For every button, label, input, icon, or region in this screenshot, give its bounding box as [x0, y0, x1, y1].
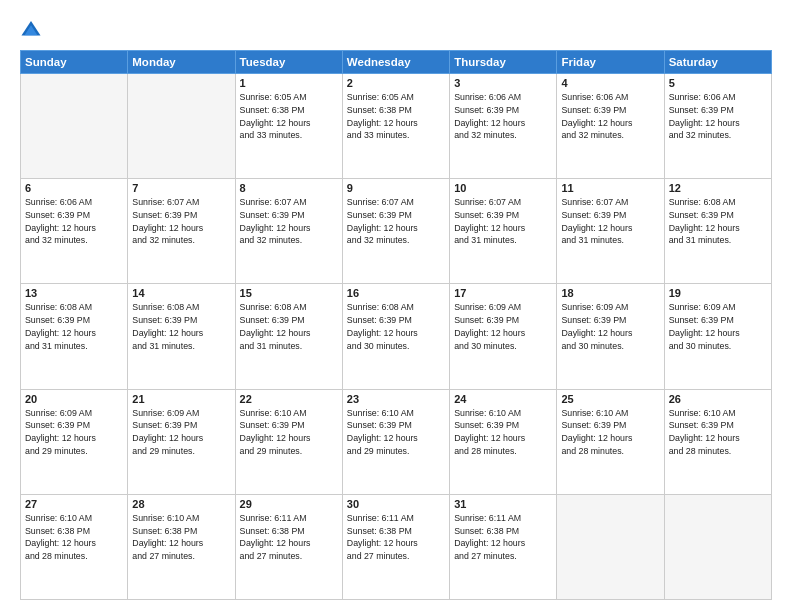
day-info: Sunrise: 6:10 AMSunset: 6:38 PMDaylight:…: [25, 512, 123, 563]
calendar-day-cell: 30Sunrise: 6:11 AMSunset: 6:38 PMDayligh…: [342, 494, 449, 599]
day-number: 31: [454, 498, 552, 510]
day-info: Sunrise: 6:07 AMSunset: 6:39 PMDaylight:…: [132, 196, 230, 247]
day-info: Sunrise: 6:05 AMSunset: 6:38 PMDaylight:…: [240, 91, 338, 142]
day-number: 6: [25, 182, 123, 194]
calendar-day-cell: 17Sunrise: 6:09 AMSunset: 6:39 PMDayligh…: [450, 284, 557, 389]
calendar-day-cell: [557, 494, 664, 599]
calendar-day-cell: 11Sunrise: 6:07 AMSunset: 6:39 PMDayligh…: [557, 179, 664, 284]
day-info: Sunrise: 6:11 AMSunset: 6:38 PMDaylight:…: [454, 512, 552, 563]
calendar-day-cell: 8Sunrise: 6:07 AMSunset: 6:39 PMDaylight…: [235, 179, 342, 284]
header: [20, 18, 772, 40]
day-info: Sunrise: 6:07 AMSunset: 6:39 PMDaylight:…: [454, 196, 552, 247]
calendar-day-cell: 22Sunrise: 6:10 AMSunset: 6:39 PMDayligh…: [235, 389, 342, 494]
calendar-day-header: Monday: [128, 51, 235, 74]
day-info: Sunrise: 6:10 AMSunset: 6:39 PMDaylight:…: [669, 407, 767, 458]
day-info: Sunrise: 6:05 AMSunset: 6:38 PMDaylight:…: [347, 91, 445, 142]
day-number: 19: [669, 287, 767, 299]
calendar-day-cell: 25Sunrise: 6:10 AMSunset: 6:39 PMDayligh…: [557, 389, 664, 494]
calendar-day-cell: 15Sunrise: 6:08 AMSunset: 6:39 PMDayligh…: [235, 284, 342, 389]
calendar-week-row: 13Sunrise: 6:08 AMSunset: 6:39 PMDayligh…: [21, 284, 772, 389]
day-number: 8: [240, 182, 338, 194]
day-number: 17: [454, 287, 552, 299]
calendar-day-cell: 7Sunrise: 6:07 AMSunset: 6:39 PMDaylight…: [128, 179, 235, 284]
day-number: 20: [25, 393, 123, 405]
day-number: 5: [669, 77, 767, 89]
day-number: 4: [561, 77, 659, 89]
day-number: 3: [454, 77, 552, 89]
calendar-day-cell: 2Sunrise: 6:05 AMSunset: 6:38 PMDaylight…: [342, 74, 449, 179]
calendar-day-cell: 27Sunrise: 6:10 AMSunset: 6:38 PMDayligh…: [21, 494, 128, 599]
calendar-day-cell: 4Sunrise: 6:06 AMSunset: 6:39 PMDaylight…: [557, 74, 664, 179]
day-info: Sunrise: 6:11 AMSunset: 6:38 PMDaylight:…: [347, 512, 445, 563]
calendar-day-cell: 21Sunrise: 6:09 AMSunset: 6:39 PMDayligh…: [128, 389, 235, 494]
calendar-day-cell: 28Sunrise: 6:10 AMSunset: 6:38 PMDayligh…: [128, 494, 235, 599]
calendar-day-cell: 13Sunrise: 6:08 AMSunset: 6:39 PMDayligh…: [21, 284, 128, 389]
day-info: Sunrise: 6:09 AMSunset: 6:39 PMDaylight:…: [561, 301, 659, 352]
calendar-day-header: Saturday: [664, 51, 771, 74]
calendar-day-header: Friday: [557, 51, 664, 74]
day-info: Sunrise: 6:06 AMSunset: 6:39 PMDaylight:…: [454, 91, 552, 142]
calendar-day-cell: 26Sunrise: 6:10 AMSunset: 6:39 PMDayligh…: [664, 389, 771, 494]
calendar-day-cell: 16Sunrise: 6:08 AMSunset: 6:39 PMDayligh…: [342, 284, 449, 389]
day-number: 29: [240, 498, 338, 510]
day-number: 15: [240, 287, 338, 299]
page: SundayMondayTuesdayWednesdayThursdayFrid…: [0, 0, 792, 612]
calendar-day-cell: 23Sunrise: 6:10 AMSunset: 6:39 PMDayligh…: [342, 389, 449, 494]
calendar-day-cell: 3Sunrise: 6:06 AMSunset: 6:39 PMDaylight…: [450, 74, 557, 179]
day-info: Sunrise: 6:06 AMSunset: 6:39 PMDaylight:…: [561, 91, 659, 142]
day-number: 9: [347, 182, 445, 194]
day-info: Sunrise: 6:09 AMSunset: 6:39 PMDaylight:…: [454, 301, 552, 352]
day-info: Sunrise: 6:07 AMSunset: 6:39 PMDaylight:…: [347, 196, 445, 247]
day-number: 1: [240, 77, 338, 89]
calendar-week-row: 20Sunrise: 6:09 AMSunset: 6:39 PMDayligh…: [21, 389, 772, 494]
day-number: 7: [132, 182, 230, 194]
calendar-week-row: 1Sunrise: 6:05 AMSunset: 6:38 PMDaylight…: [21, 74, 772, 179]
calendar-day-cell: 29Sunrise: 6:11 AMSunset: 6:38 PMDayligh…: [235, 494, 342, 599]
day-info: Sunrise: 6:08 AMSunset: 6:39 PMDaylight:…: [347, 301, 445, 352]
day-number: 21: [132, 393, 230, 405]
day-info: Sunrise: 6:10 AMSunset: 6:39 PMDaylight:…: [561, 407, 659, 458]
day-number: 23: [347, 393, 445, 405]
day-number: 14: [132, 287, 230, 299]
logo-icon: [20, 18, 42, 40]
calendar-day-cell: [128, 74, 235, 179]
day-number: 24: [454, 393, 552, 405]
calendar-day-cell: 12Sunrise: 6:08 AMSunset: 6:39 PMDayligh…: [664, 179, 771, 284]
day-number: 10: [454, 182, 552, 194]
day-info: Sunrise: 6:08 AMSunset: 6:39 PMDaylight:…: [669, 196, 767, 247]
day-info: Sunrise: 6:10 AMSunset: 6:39 PMDaylight:…: [454, 407, 552, 458]
day-number: 25: [561, 393, 659, 405]
day-number: 26: [669, 393, 767, 405]
day-info: Sunrise: 6:06 AMSunset: 6:39 PMDaylight:…: [669, 91, 767, 142]
day-number: 28: [132, 498, 230, 510]
day-number: 22: [240, 393, 338, 405]
calendar-day-cell: [21, 74, 128, 179]
day-info: Sunrise: 6:08 AMSunset: 6:39 PMDaylight:…: [240, 301, 338, 352]
day-number: 16: [347, 287, 445, 299]
day-info: Sunrise: 6:10 AMSunset: 6:38 PMDaylight:…: [132, 512, 230, 563]
calendar-day-header: Sunday: [21, 51, 128, 74]
calendar-day-header: Wednesday: [342, 51, 449, 74]
day-info: Sunrise: 6:10 AMSunset: 6:39 PMDaylight:…: [347, 407, 445, 458]
calendar-day-cell: 31Sunrise: 6:11 AMSunset: 6:38 PMDayligh…: [450, 494, 557, 599]
calendar-day-cell: 5Sunrise: 6:06 AMSunset: 6:39 PMDaylight…: [664, 74, 771, 179]
day-info: Sunrise: 6:09 AMSunset: 6:39 PMDaylight:…: [25, 407, 123, 458]
calendar-day-cell: [664, 494, 771, 599]
day-info: Sunrise: 6:07 AMSunset: 6:39 PMDaylight:…: [561, 196, 659, 247]
day-info: Sunrise: 6:10 AMSunset: 6:39 PMDaylight:…: [240, 407, 338, 458]
day-info: Sunrise: 6:07 AMSunset: 6:39 PMDaylight:…: [240, 196, 338, 247]
day-info: Sunrise: 6:11 AMSunset: 6:38 PMDaylight:…: [240, 512, 338, 563]
day-number: 11: [561, 182, 659, 194]
calendar-day-cell: 10Sunrise: 6:07 AMSunset: 6:39 PMDayligh…: [450, 179, 557, 284]
calendar-week-row: 6Sunrise: 6:06 AMSunset: 6:39 PMDaylight…: [21, 179, 772, 284]
calendar-day-cell: 1Sunrise: 6:05 AMSunset: 6:38 PMDaylight…: [235, 74, 342, 179]
calendar-day-cell: 19Sunrise: 6:09 AMSunset: 6:39 PMDayligh…: [664, 284, 771, 389]
calendar-day-cell: 24Sunrise: 6:10 AMSunset: 6:39 PMDayligh…: [450, 389, 557, 494]
calendar-day-cell: 18Sunrise: 6:09 AMSunset: 6:39 PMDayligh…: [557, 284, 664, 389]
calendar-day-header: Tuesday: [235, 51, 342, 74]
calendar-week-row: 27Sunrise: 6:10 AMSunset: 6:38 PMDayligh…: [21, 494, 772, 599]
day-info: Sunrise: 6:09 AMSunset: 6:39 PMDaylight:…: [669, 301, 767, 352]
calendar-day-cell: 14Sunrise: 6:08 AMSunset: 6:39 PMDayligh…: [128, 284, 235, 389]
calendar-table: SundayMondayTuesdayWednesdayThursdayFrid…: [20, 50, 772, 600]
day-number: 13: [25, 287, 123, 299]
